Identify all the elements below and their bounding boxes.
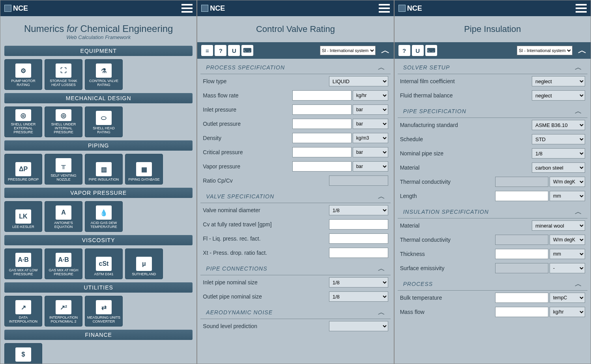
nav-tile[interactable]: AANTOINE'S EQUATION [45, 201, 82, 232]
field-row: Densitykg/m3 [197, 131, 393, 145]
select-input[interactable]: 1/8 [329, 277, 388, 287]
select-input[interactable]: 1/8 [532, 148, 585, 159]
chevron-up-icon[interactable]: ︿ [378, 264, 385, 273]
unit-select[interactable]: W/m degK [550, 177, 585, 187]
chevron-up-icon[interactable]: ︿ [575, 63, 582, 72]
nav-tile[interactable]: ⇄MEASURING UNITS CONVERTER [85, 296, 123, 327]
group-head: INSULATION SPECIFICATION︿ [398, 203, 587, 218]
field-input-box: bar [292, 105, 388, 115]
nav-tile[interactable]: A·BGAS MIX AT HIGH PRESSURE [45, 248, 82, 279]
number-input[interactable] [329, 248, 388, 258]
field-row: Cv at fully rated travel [gpm] [197, 217, 393, 231]
nav-tile[interactable]: ↗²INTERPOLATION POLYNOMIAL 2 [45, 296, 82, 327]
select-input[interactable]: STD [532, 134, 585, 144]
number-input[interactable] [495, 293, 548, 303]
unit-select[interactable]: W/m degK [550, 235, 585, 245]
chevron-up-icon[interactable]: ︿ [575, 207, 582, 217]
toolbar-button[interactable]: ⌨ [241, 45, 253, 56]
unit-select[interactable]: kg/hr [550, 307, 585, 317]
tile-label: PUMP MOTOR RATING [6, 79, 41, 87]
chevron-up-icon[interactable]: ︿ [575, 279, 582, 289]
nav-tile[interactable]: ▦PIPING DATABASE [125, 154, 163, 185]
menu-icon[interactable] [181, 4, 193, 13]
nav-tile[interactable]: ΔPPRESSURE DROP [4, 154, 42, 185]
nav-tile[interactable]: A·BGAS MIX AT LOW PRESSURE [4, 248, 42, 279]
unit-select[interactable]: - [550, 263, 585, 273]
nav-tile[interactable]: μSUTHERLAND [125, 248, 163, 279]
number-input[interactable] [495, 191, 548, 201]
nav-tile[interactable]: ⛶STORAGE TANK HEAT LOSSES [45, 59, 82, 90]
chevron-up-icon[interactable]: ︿ [575, 106, 582, 116]
tile-icon: cSt [96, 257, 112, 271]
unit-select[interactable]: mm [550, 191, 585, 201]
topbar-insulation: NCE [395, 0, 591, 16]
nav-tile[interactable]: ⚗CONTROL VALVE RATING [85, 59, 123, 90]
nav-tile[interactable]: 💧ACID GAS DEW TEMPERATURE [85, 201, 123, 232]
section-head: FINANCE [4, 330, 193, 340]
unit-select[interactable]: kg/m3 [353, 133, 388, 143]
chevron-up-icon[interactable]: ︿ [378, 63, 385, 72]
select-input[interactable]: LIQUID [329, 76, 388, 86]
unit-select[interactable]: tempC [550, 293, 585, 303]
menu-icon[interactable] [576, 4, 587, 13]
nav-tile[interactable]: cStASTM D341 [85, 248, 123, 279]
number-input[interactable] [292, 119, 352, 129]
nav-tile[interactable]: ◎SHELL UNDER EXTERNAL PRESSURE [4, 106, 42, 137]
nav-tile[interactable]: ⬭SHELL HEAD RATING [85, 106, 123, 137]
number-input [495, 235, 548, 245]
unit-select[interactable]: bar [353, 161, 388, 172]
unit-system-select[interactable]: SI - International system [320, 46, 376, 55]
number-input[interactable] [329, 233, 388, 244]
toolbar-button[interactable]: ? [398, 45, 410, 56]
number-input[interactable] [495, 307, 548, 317]
select-input[interactable]: ASME B36.10 [532, 120, 585, 130]
chevron-up-icon[interactable]: ︿ [378, 308, 385, 317]
number-input[interactable] [292, 161, 352, 172]
number-input[interactable] [329, 219, 388, 230]
nav-tile[interactable]: ↗DATA INTERPOLATION [4, 296, 42, 327]
tile-row: ◎SHELL UNDER EXTERNAL PRESSURE◎SHELL UND… [0, 105, 196, 139]
field-input-box: 1/8 [329, 205, 388, 215]
collapse-all-icon[interactable]: ︿ [578, 45, 587, 56]
unit-select[interactable]: mm [550, 249, 585, 259]
number-input[interactable] [292, 133, 352, 143]
unit-select[interactable]: kg/hr [353, 90, 388, 101]
field-row: Bulk temperaturetempC [395, 291, 591, 305]
nav-tile[interactable]: $CURRENCY CONVERTER [4, 343, 42, 364]
unit-system-select[interactable]: SI - International system [517, 46, 572, 55]
field-input-box [329, 219, 388, 230]
nav-tile[interactable]: ╥SELF VENTING NOZZLE [45, 154, 82, 185]
toolbar-button[interactable]: ⌨ [425, 45, 437, 56]
select-input[interactable]: neglect [532, 90, 585, 101]
field-row: Internal film coefficientneglect [395, 74, 591, 88]
menu-icon[interactable] [379, 4, 390, 13]
nav-tile[interactable]: ◎SHELL UNDER INTERNAL PRESSURE [45, 106, 82, 137]
nav-tile[interactable]: LKLEE-KESLER [4, 201, 42, 232]
tile-icon: A [56, 205, 71, 220]
unit-select[interactable]: bar [353, 105, 388, 115]
select-input[interactable]: mineral wool [532, 220, 585, 231]
nav-tile[interactable]: ⚙PUMP MOTOR RATING [4, 59, 42, 90]
toolbar-button[interactable]: ≡ [201, 45, 213, 56]
select-input[interactable]: carbon steel [532, 162, 585, 173]
chevron-up-icon[interactable]: ︿ [378, 192, 385, 201]
number-input[interactable] [292, 147, 352, 157]
number-input[interactable] [495, 249, 548, 259]
collapse-all-icon[interactable]: ︿ [381, 45, 390, 56]
number-input[interactable] [292, 105, 352, 115]
field-label: Sound level prediction [203, 323, 329, 329]
select-input[interactable]: neglect [532, 76, 585, 86]
unit-select[interactable]: bar [353, 119, 388, 129]
select-input[interactable]: 1/8 [329, 291, 388, 302]
field-row: Outlet pressurebar [197, 117, 393, 131]
toolbar-button[interactable]: U [228, 45, 240, 56]
nav-tile[interactable]: ▥PIPE INSULATION [85, 154, 123, 185]
toolbar-button[interactable]: ? [215, 45, 226, 56]
field-row: Ratio Cp/Cv [197, 174, 393, 188]
tile-label: INTERPOLATION POLYNOMIAL 2 [46, 316, 81, 324]
number-input[interactable] [292, 90, 352, 101]
select-input[interactable]: 1/8 [329, 205, 388, 215]
select-input[interactable] [329, 321, 388, 331]
unit-select[interactable]: bar [353, 147, 388, 157]
toolbar-button[interactable]: U [412, 45, 424, 56]
